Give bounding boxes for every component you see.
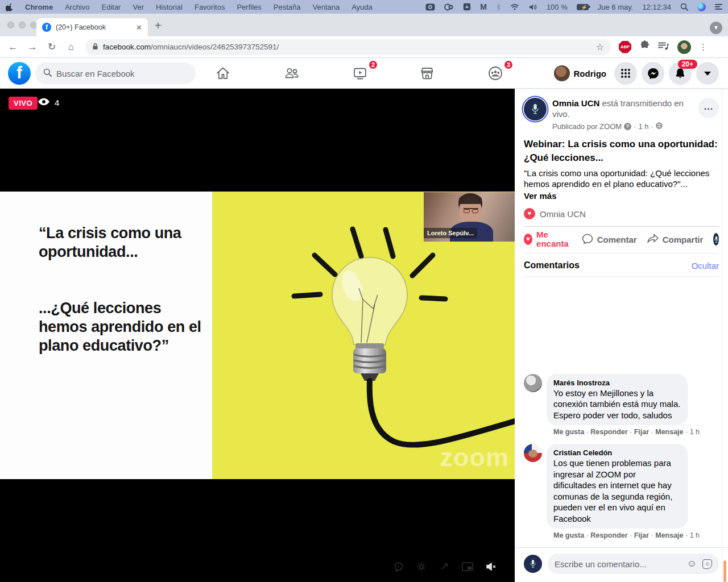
mute-speaker-icon[interactable]: [486, 562, 497, 573]
browser-profile-avatar[interactable]: [677, 40, 691, 54]
chrome-toolbar: ← → ↻ ⌂ facebook.com/omniaucn/videos/246…: [0, 36, 728, 58]
bookmark-star-icon[interactable]: ☆: [596, 41, 604, 52]
scrollbar-thumb[interactable]: [723, 560, 726, 582]
wifi-icon[interactable]: [510, 3, 519, 10]
video-player[interactable]: VIVO 4 “La crisis como una oportunidad..…: [0, 89, 515, 582]
padlock-icon[interactable]: [92, 42, 98, 52]
reactor-name[interactable]: Omnia UCN: [540, 209, 586, 219]
speaker-video-thumbnail[interactable]: Loreto Sepúlv...: [424, 192, 515, 242]
address-bar[interactable]: facebook.com/omniaucn/videos/24625397375…: [85, 39, 611, 55]
settings-gear-icon[interactable]: [416, 562, 427, 574]
comment-reply-link[interactable]: Responder: [590, 531, 627, 539]
hide-comments-link[interactable]: Ocultar: [692, 261, 719, 271]
battery-icon[interactable]: ⚡: [577, 4, 589, 10]
tab-home[interactable]: [209, 63, 237, 84]
tabstrip-chevron-icon[interactable]: ▾: [710, 22, 722, 34]
menubar-app-name[interactable]: Chrome: [25, 3, 53, 11]
creative-cloud-icon[interactable]: [444, 3, 454, 11]
window-traffic-lights[interactable]: [7, 22, 37, 28]
facebook-search-input[interactable]: Buscar en Facebook: [35, 63, 196, 84]
pip-icon[interactable]: [462, 562, 473, 573]
extensions-puzzle-icon[interactable]: [639, 40, 650, 53]
comments-overlay-icon[interactable]: [394, 562, 404, 574]
screen-record-icon[interactable]: [425, 3, 435, 11]
menubar-clock[interactable]: 12:12:34: [642, 3, 671, 11]
comment-pin-link[interactable]: Fijar: [634, 531, 649, 539]
new-tab-button[interactable]: +: [155, 19, 162, 32]
comment-time[interactable]: 1 h: [690, 428, 700, 436]
comment-message-link[interactable]: Mensaje: [655, 531, 683, 539]
siri-icon[interactable]: [697, 3, 706, 11]
menubar-date[interactable]: Jue 6 may.: [598, 3, 634, 11]
menubar-item-ventana[interactable]: Ventana: [312, 3, 340, 11]
emoji-icon[interactable]: ☺: [687, 558, 697, 569]
profile-chip[interactable]: Rodrigo: [554, 65, 607, 81]
account-menu-button[interactable]: [696, 62, 719, 85]
menubar-item-editar[interactable]: Editar: [101, 3, 121, 11]
forward-button[interactable]: →: [23, 41, 42, 53]
tab-close-icon[interactable]: ✕: [136, 23, 142, 32]
media-queue-icon[interactable]: [658, 41, 669, 53]
adblock-extension-icon[interactable]: ABP: [619, 41, 631, 53]
control-center-icon[interactable]: [715, 4, 722, 10]
page-avatar[interactable]: [524, 98, 547, 120]
browser-menu-icon[interactable]: ⋮: [699, 42, 708, 52]
comment-pin-link[interactable]: Fijar: [634, 428, 649, 436]
tab-friends[interactable]: [278, 63, 305, 84]
comment-message-link[interactable]: Mensaje: [655, 428, 683, 436]
commenter-avatar[interactable]: [524, 374, 542, 392]
menubar-item-ver[interactable]: Ver: [133, 3, 144, 11]
menubar-item-ayuda[interactable]: Ayuda: [351, 3, 373, 11]
commenter-avatar[interactable]: [524, 444, 542, 462]
m-app-icon[interactable]: M: [480, 2, 487, 11]
tab-groups[interactable]: 3: [482, 63, 509, 84]
commenting-as-avatar[interactable]: [713, 233, 719, 246]
reload-button[interactable]: ↻: [42, 41, 61, 53]
notifications-button[interactable]: 20+: [669, 62, 692, 85]
minimize-window-button[interactable]: [19, 22, 26, 28]
sticker-icon[interactable]: ☺: [702, 559, 712, 569]
publisher-text[interactable]: Publicado por ZOOM: [552, 121, 622, 132]
facebook-logo[interactable]: f: [8, 62, 31, 85]
comment-bubble[interactable]: Cristian Celedón Los que tienen problema…: [547, 444, 688, 529]
comment-reply-link[interactable]: Responder: [590, 428, 627, 436]
fullscreen-icon[interactable]: [439, 562, 449, 574]
post-more-button[interactable]: ...: [698, 98, 719, 118]
battery-percent[interactable]: 100 %: [547, 3, 568, 11]
home-button[interactable]: ⌂: [61, 41, 81, 53]
share-button[interactable]: Compartir: [647, 234, 704, 245]
back-button[interactable]: ←: [3, 41, 23, 53]
volume-icon[interactable]: [528, 3, 537, 11]
post-time[interactable]: 1 h: [638, 121, 648, 132]
tab-watch[interactable]: 2: [346, 63, 374, 84]
comment-like-link[interactable]: Me gusta: [553, 428, 584, 436]
menubar-item-favoritos[interactable]: Favoritos: [195, 3, 225, 11]
comment-button[interactable]: Comentar: [582, 233, 637, 246]
page-name-link[interactable]: Omnia UCN: [552, 98, 599, 108]
apple-menu-icon[interactable]: [6, 3, 13, 11]
comment-bubble[interactable]: Marés Inostroza Yo estoy en Mejillones y…: [547, 374, 688, 426]
menubar-item-historial[interactable]: Historial: [156, 3, 183, 11]
globe-privacy-icon: [656, 121, 663, 132]
menubar-item-perfiles[interactable]: Perfiles: [237, 3, 261, 11]
reactions-summary[interactable]: ♥ Omnia UCN: [515, 208, 728, 219]
menubar-item-pestana[interactable]: Pestaña: [274, 3, 301, 11]
messenger-button[interactable]: [642, 62, 664, 85]
close-window-button[interactable]: [7, 22, 14, 28]
commenter-name[interactable]: Marés Inostroza: [553, 379, 681, 387]
comment-time[interactable]: 1 h: [690, 531, 700, 539]
browser-tab-facebook[interactable]: f (20+) Facebook ✕: [36, 18, 148, 36]
comment-input[interactable]: Escribe un comentario... ☺ ☺: [548, 554, 719, 574]
spotlight-icon[interactable]: [680, 3, 688, 11]
comment-like-link[interactable]: Me gusta: [553, 531, 584, 539]
commenter-name[interactable]: Cristian Celedón: [553, 448, 681, 457]
tab-marketplace[interactable]: [413, 63, 441, 84]
bluetooth-icon[interactable]: [496, 3, 501, 11]
menubar-item-archivo[interactable]: Archivo: [65, 3, 89, 11]
love-button[interactable]: ♥ Me encanta: [524, 230, 572, 248]
url-text[interactable]: facebook.com/omniaucn/videos/24625397375…: [103, 43, 279, 51]
app-tray-icon[interactable]: [463, 3, 471, 11]
see-more-link[interactable]: Ver más: [515, 191, 728, 201]
apps-menu-button[interactable]: [614, 62, 637, 85]
comment-label: Comentar: [597, 235, 637, 244]
